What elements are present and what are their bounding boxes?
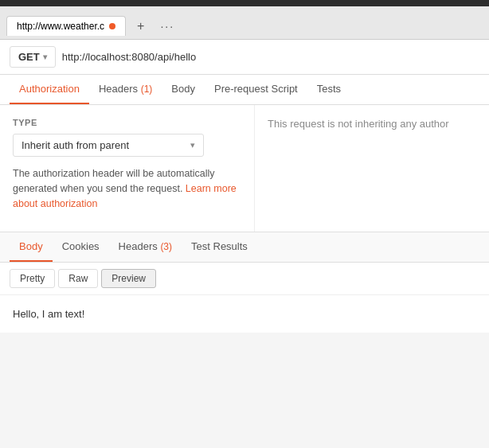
tab-resp-body-label: Body [19, 240, 43, 252]
tab-resp-headers-badge: (3) [160, 241, 172, 252]
format-pretty-button[interactable]: Pretty [10, 269, 55, 288]
top-dark-bar [0, 0, 489, 6]
type-select-value: Inherit auth from parent [22, 139, 129, 151]
auth-right-panel: This request is not inheriting any autho… [255, 105, 489, 232]
browser-tab-bar: http://www.weather.c + ··· [0, 6, 489, 40]
auth-left-panel: TYPE Inherit auth from parent ▾ The auth… [0, 105, 255, 232]
tab-resp-headers-label: Headers [119, 240, 158, 252]
type-select-button[interactable]: Inherit auth from parent ▾ [13, 134, 204, 157]
auth-desc-text: The authorization header will be automat… [13, 168, 215, 194]
method-label: GET [18, 51, 40, 63]
browser-tab[interactable]: http://www.weather.c [6, 16, 126, 36]
tab-body-label: Body [171, 83, 195, 95]
type-select-arrow-icon: ▾ [190, 140, 195, 150]
tab-resp-cookies-label: Cookies [62, 240, 100, 252]
tab-status-dot [109, 23, 115, 29]
tab-resp-test-results-label: Test Results [191, 240, 248, 252]
tab-tests-label: Tests [317, 83, 341, 95]
method-chevron-icon: ▾ [43, 53, 47, 61]
tab-authorization-label: Authorization [19, 83, 80, 95]
more-tabs-button[interactable]: ··· [155, 17, 179, 36]
auth-area: TYPE Inherit auth from parent ▾ The auth… [0, 105, 489, 232]
auth-description: The authorization header will be automat… [13, 166, 241, 211]
tab-prerequest-label: Pre-request Script [214, 83, 298, 95]
tab-headers[interactable]: Headers (1) [89, 75, 162, 104]
format-preview-button[interactable]: Preview [101, 269, 156, 288]
type-label: TYPE [13, 118, 241, 127]
response-tabs: Body Cookies Headers (3) Test Results [0, 232, 489, 263]
add-tab-button[interactable]: + [131, 16, 151, 37]
tab-authorization[interactable]: Authorization [10, 75, 89, 104]
format-raw-button[interactable]: Raw [58, 269, 98, 288]
tab-resp-headers[interactable]: Headers (3) [109, 232, 182, 262]
url-bar: GET ▾ [0, 40, 489, 75]
tab-prerequest[interactable]: Pre-request Script [205, 75, 307, 104]
auth-inherit-message: This request is not inheriting any autho… [268, 118, 449, 130]
format-bar: Pretty Raw Preview [0, 263, 489, 295]
tab-tests[interactable]: Tests [307, 75, 350, 104]
tab-headers-label: Headers [99, 83, 138, 95]
request-tabs: Authorization Headers (1) Body Pre-reque… [0, 75, 489, 105]
tab-body[interactable]: Body [162, 75, 205, 104]
response-body-text: Hello, I am text! [13, 308, 84, 320]
tab-headers-badge: (1) [141, 84, 153, 95]
url-input[interactable] [62, 51, 479, 63]
tab-resp-body[interactable]: Body [10, 232, 53, 262]
method-button[interactable]: GET ▾ [10, 46, 56, 68]
tab-url-text: http://www.weather.c [17, 21, 104, 32]
tab-resp-cookies[interactable]: Cookies [53, 232, 109, 262]
tab-resp-test-results[interactable]: Test Results [182, 232, 257, 262]
response-body: Hello, I am text! [0, 295, 489, 333]
